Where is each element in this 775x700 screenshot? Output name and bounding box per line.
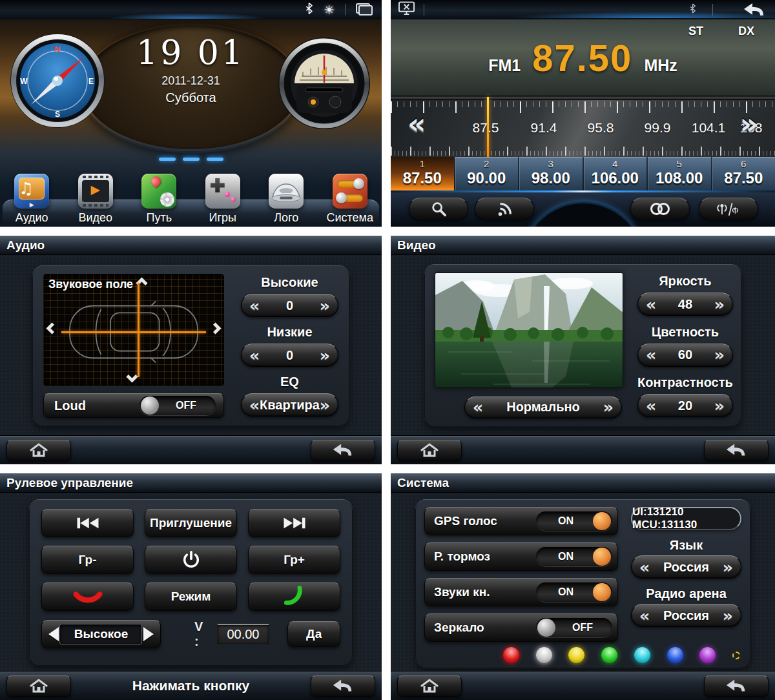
swatch-white[interactable] — [536, 647, 552, 663]
bluetooth-icon[interactable] — [305, 2, 313, 17]
contrast-group: Контрастность « 20 » — [637, 375, 733, 417]
spinner-right-icon[interactable]: » — [723, 608, 733, 624]
key-beep-toggle[interactable]: ON — [536, 582, 612, 602]
balance-left-button[interactable] — [46, 322, 57, 334]
spinner-left-icon[interactable]: « — [646, 398, 656, 414]
parking-brake-toggle[interactable]: ON — [536, 547, 612, 566]
screen-off-icon[interactable] — [398, 1, 415, 18]
spinner-left-icon[interactable]: « — [249, 298, 260, 314]
firmware-version-badge: UI:131210 MCU:131130 — [631, 507, 741, 530]
spinner-right-icon[interactable]: » — [320, 347, 330, 364]
confirm-button[interactable]: Да — [287, 621, 340, 647]
swatch-purple[interactable] — [699, 647, 716, 663]
mode-button[interactable]: Режим — [145, 582, 237, 611]
home-button[interactable] — [397, 675, 462, 697]
key-beep-row[interactable]: Звуки кн. ON — [424, 578, 618, 606]
seek-up-button[interactable]: » — [740, 110, 758, 138]
video-mode-value: Нормально — [506, 400, 580, 415]
back-button[interactable] — [311, 440, 375, 461]
svg-text:E: E — [88, 77, 94, 86]
next-track-button[interactable] — [248, 509, 340, 537]
swatch-green[interactable] — [601, 647, 617, 663]
bottom-bar — [0, 435, 382, 464]
back-button[interactable] — [704, 675, 769, 697]
call-answer-button[interactable] — [248, 582, 340, 611]
menu-item-navigation[interactable]: Путь — [127, 174, 191, 225]
call-end-button[interactable] — [41, 582, 134, 611]
swatch-blue[interactable] — [667, 647, 683, 663]
spinner-left-icon[interactable]: « — [639, 559, 650, 575]
voltage-field[interactable]: 00.00 — [217, 624, 270, 644]
spinner-left-icon[interactable]: « — [639, 608, 650, 624]
menu-item-video[interactable]: Видео — [64, 174, 128, 225]
menu-item-logo[interactable]: Лого — [254, 174, 318, 225]
menu-item-games[interactable]: Игры — [191, 174, 255, 225]
spinner-left-icon[interactable]: « — [646, 296, 656, 313]
bluetooth-icon[interactable] — [689, 3, 696, 17]
preset-4[interactable]: 4106.00 — [583, 157, 647, 190]
gps-voice-toggle[interactable]: ON — [536, 511, 612, 531]
gps-voice-row[interactable]: GPS голос ON — [424, 507, 618, 535]
local-dx-button[interactable] — [699, 198, 758, 220]
mute-button[interactable]: Приглушение — [145, 509, 237, 537]
spinner-right-icon[interactable]: » — [714, 347, 725, 363]
swatch-rainbow-selected[interactable] — [732, 652, 740, 659]
spinner-left-icon[interactable]: « — [249, 347, 260, 364]
volume-down-button[interactable]: Гр- — [41, 546, 134, 574]
scale-ticks-bottom — [391, 146, 775, 156]
power-button[interactable] — [145, 546, 237, 574]
language-value: Россия — [663, 560, 709, 575]
menu-label: Лого — [274, 211, 298, 225]
radio-area-label: Радио арена — [631, 586, 741, 601]
level-next-icon[interactable] — [143, 627, 154, 641]
tuning-scale[interactable]: 87.5 91.4 95.8 99.9 104.1 108 « » — [391, 96, 775, 157]
spinner-right-icon[interactable]: » — [603, 399, 614, 415]
search-button[interactable] — [409, 198, 468, 220]
menu-label: Путь — [146, 211, 172, 225]
home-button[interactable] — [6, 440, 71, 461]
photos-icon[interactable] — [356, 3, 373, 15]
back-button[interactable] — [704, 440, 769, 461]
balance-right-button[interactable] — [209, 322, 221, 334]
preset-3[interactable]: 398.00 — [518, 157, 583, 190]
swatch-cyan[interactable] — [634, 647, 650, 663]
previous-track-button[interactable] — [41, 509, 134, 537]
spinner-left-icon[interactable]: « — [646, 347, 656, 363]
swatch-yellow[interactable] — [568, 647, 584, 663]
radio-area-spinner: « Россия » — [631, 604, 741, 627]
scan-button[interactable] — [475, 198, 534, 220]
preset-2[interactable]: 290.00 — [454, 157, 519, 190]
spinner-right-icon[interactable]: » — [723, 559, 733, 575]
loudness-toggle[interactable]: OFF — [140, 396, 216, 415]
spinner-right-icon[interactable]: » — [714, 398, 725, 414]
brightness-icon[interactable]: ☀ — [324, 3, 335, 17]
home-button[interactable] — [397, 440, 462, 461]
spinner-right-icon[interactable]: » — [320, 298, 330, 314]
preset-6[interactable]: 687.50 — [711, 157, 775, 190]
center-cluster: 19 01 2011-12-31 Суббота — [81, 23, 302, 151]
preset-1[interactable]: 187.50 — [391, 157, 454, 190]
parking-brake-row[interactable]: Р. тормоз ON — [424, 542, 618, 571]
home-button[interactable] — [6, 675, 71, 697]
swatch-red[interactable] — [503, 647, 519, 663]
level-prev-icon[interactable] — [48, 627, 59, 641]
stereo-mono-button[interactable] — [630, 198, 690, 220]
spinner-right-icon[interactable]: » — [714, 296, 725, 313]
back-icon[interactable] — [743, 3, 766, 19]
treble-label: Высокие — [241, 275, 338, 290]
back-button[interactable] — [311, 675, 375, 697]
spinner-right-icon[interactable]: » — [320, 397, 330, 413]
radio-area-value: Россия — [663, 608, 709, 623]
menu-item-audio[interactable]: Аудио — [0, 174, 64, 225]
spinner-left-icon[interactable]: « — [473, 399, 483, 415]
mirror-row[interactable]: Зеркало OFF — [424, 613, 618, 642]
volume-up-button[interactable]: Гр+ — [248, 546, 340, 574]
spinner-left-icon[interactable]: « — [249, 397, 260, 413]
music-icon — [14, 174, 49, 209]
menu-item-system[interactable]: Система — [318, 174, 382, 225]
preset-5[interactable]: 5108.00 — [646, 157, 711, 190]
mirror-toggle[interactable]: OFF — [536, 618, 612, 637]
toggle-knob — [593, 583, 611, 601]
seek-down-button[interactable]: « — [408, 110, 426, 138]
divider — [345, 4, 346, 15]
